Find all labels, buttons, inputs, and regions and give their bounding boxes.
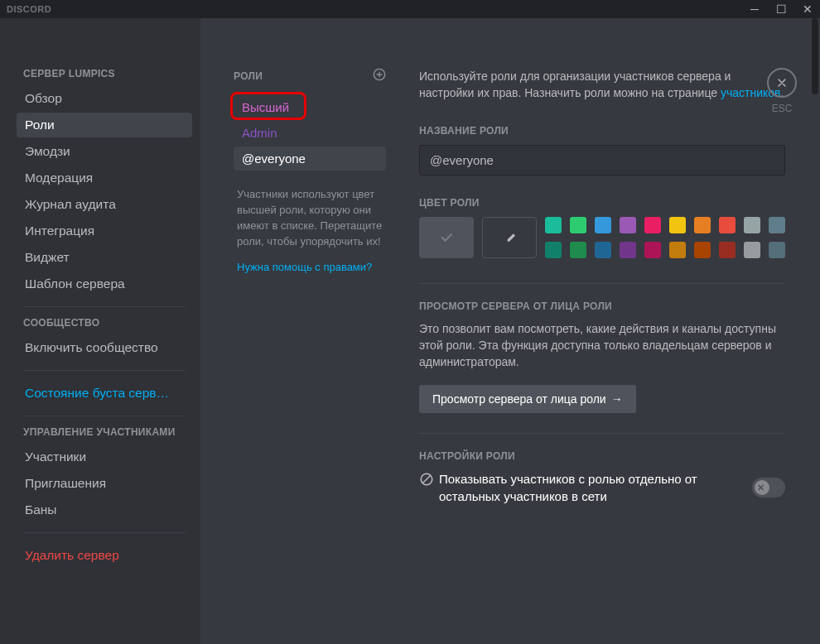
sidebar-item-widget[interactable]: Виджет [17,245,192,270]
sidebar-divider [23,370,186,371]
color-swatch[interactable] [620,242,636,258]
color-swatch[interactable] [719,242,736,258]
plus-circle-icon [373,68,386,81]
svg-line-2 [423,476,431,483]
color-swatch[interactable] [545,217,562,233]
sidebar-item-emoji[interactable]: Эмодзи [17,139,192,164]
role-item-everyone[interactable]: @everyone [234,147,386,171]
roles-list-column: РОЛИ Высший Admin @everyone Участники ис… [234,68,399,627]
arrow-right-icon: → [611,392,623,406]
color-swatch[interactable] [545,242,562,258]
close-area: ESC [767,68,797,114]
role-item-admin[interactable]: Admin [234,121,386,145]
roles-header: РОЛИ [234,70,263,82]
color-swatch[interactable] [644,217,661,233]
sidebar-item-roles[interactable]: Роли [17,113,192,137]
color-swatch-grid [545,217,785,258]
color-swatch[interactable] [644,242,661,258]
sidebar-item-overview[interactable]: Обзор [17,86,192,111]
color-swatch[interactable] [744,242,760,258]
close-label: ESC [767,103,797,114]
role-name-input[interactable] [419,145,785,175]
eyedropper-icon [504,232,515,243]
color-swatch[interactable] [694,242,711,258]
color-swatch[interactable] [570,217,586,233]
sidebar-item-moderation[interactable]: Модерация [17,166,192,190]
color-swatch[interactable] [595,242,611,258]
display-separately-setting: Показывать участников с ролью отдельно о… [419,470,785,505]
sidebar-item-enable-community[interactable]: Включить сообщество [17,335,192,360]
color-swatch[interactable] [570,242,586,258]
section-divider [419,433,785,434]
sidebar-item-members[interactable]: Участники [17,445,192,469]
preview-description: Это позволит вам посмотреть, какие дейст… [419,320,785,371]
sidebar-divider [23,306,186,307]
color-swatch[interactable] [669,217,686,233]
role-color-label: ЦВЕТ РОЛИ [419,197,785,209]
close-settings-button[interactable] [767,68,797,98]
close-window-button[interactable]: ✕ [802,2,813,16]
view-as-role-button[interactable]: Просмотр сервера от лица роли → [419,385,636,413]
roles-intro-text: Используйте роли для организации участни… [419,68,785,102]
app-logo: DISCORD [7,4,51,14]
role-item-vysshiy[interactable]: Высший [234,95,386,119]
color-custom-picker[interactable] [482,217,537,258]
color-swatch[interactable] [595,217,611,233]
scrollbar-thumb[interactable] [812,18,818,94]
color-swatch[interactable] [769,242,785,258]
color-swatch[interactable] [620,217,636,233]
role-settings-panel: Используйте роли для организации участни… [399,68,820,627]
block-icon [419,472,434,487]
sidebar-divider [23,416,186,416]
sidebar-item-boost-status[interactable]: Состояние буста серв… [17,381,192,406]
settings-sidebar: СЕРВЕР LUMPICS Обзор Роли Эмодзи Модерац… [0,18,200,644]
maximize-button[interactable]: ☐ [775,2,787,16]
minimize-button[interactable]: ─ [749,2,760,16]
checkmark-icon [439,230,454,245]
color-swatch[interactable] [694,217,711,233]
sidebar-community-header: СООБЩЕСТВО [17,317,192,329]
role-settings-label: НАСТРОЙКИ РОЛИ [419,450,785,462]
roles-help-link[interactable]: Нужна помощь с правами? [234,261,386,273]
color-swatch[interactable] [744,217,760,233]
sidebar-item-template[interactable]: Шаблон сервера [17,272,192,296]
setting-label: Показывать участников с ролью отдельно о… [419,470,739,505]
display-separately-toggle[interactable]: ✕ [752,478,785,497]
titlebar: DISCORD ─ ☐ ✕ [0,0,820,18]
sidebar-item-audit-log[interactable]: Журнал аудита [17,192,192,217]
sidebar-server-header: СЕРВЕР LUMPICS [17,68,192,79]
color-swatch[interactable] [769,217,785,233]
close-icon [775,76,789,89]
role-name-label: НАЗВАНИЕ РОЛИ [419,125,785,137]
sidebar-item-delete-server[interactable]: Удалить сервер [17,543,192,568]
sidebar-item-invites[interactable]: Приглашения [17,471,192,496]
setting-text: Показывать участников с ролью отдельно о… [439,470,739,505]
intro-prefix: Используйте роли для организации участни… [419,70,731,99]
sidebar-item-integrations[interactable]: Интеграция [17,219,192,243]
preview-section-label: ПРОСМОТР СЕРВЕРА ОТ ЛИЦА РОЛИ [419,300,785,312]
color-swatch[interactable] [669,242,686,258]
scrollbar-track[interactable] [812,18,818,644]
color-swatch[interactable] [719,217,736,233]
section-divider [419,283,785,284]
sidebar-item-bans[interactable]: Баны [17,497,192,522]
window-controls: ─ ☐ ✕ [749,2,813,16]
sidebar-divider [23,532,186,533]
preview-button-label: Просмотр сервера от лица роли [432,392,606,406]
add-role-button[interactable] [373,68,386,84]
sidebar-management-header: УПРАВЛЕНИЕ УЧАСТНИКАМИ [17,426,192,438]
color-default-swatch[interactable] [419,217,474,258]
roles-hint-text: Участники используют цвет высшей роли, к… [234,187,386,249]
